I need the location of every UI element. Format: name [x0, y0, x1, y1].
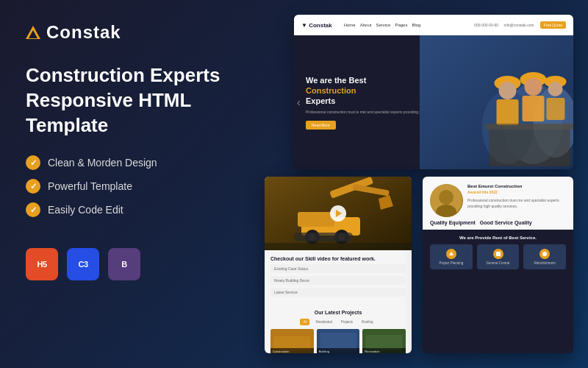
svg-rect-12 — [547, 98, 565, 120]
service-icon-3 — [539, 249, 550, 259]
project-label-3: Renovation — [362, 348, 406, 353]
service-icon-1 — [446, 249, 456, 259]
service-label-3: Refurbishment — [526, 261, 563, 265]
svg-rect-10 — [497, 99, 519, 125]
nav-link-pages: Pages — [395, 23, 407, 27]
nav-link-service: Service — [376, 23, 390, 27]
svg-rect-14 — [490, 130, 570, 166]
award-circle-image — [430, 184, 463, 217]
play-icon — [336, 210, 342, 217]
mockup-bottom-right: Best Emurst Construction Awared title 20… — [423, 177, 573, 353]
mock-section-content: Checkout our Skill video for featured wo… — [265, 250, 412, 307]
mock-award-text: Best Emurst Construction Awared title 20… — [467, 184, 566, 209]
tech-icons: H5 C3 B — [26, 248, 261, 280]
svg-rect-13 — [486, 124, 574, 130]
project-card-2: Building — [317, 329, 360, 353]
video-overlay — [265, 177, 412, 250]
left-panel: Constak Construction Experts Responsive … — [0, 0, 287, 368]
service-card-2: General Contrat — [477, 244, 520, 269]
project-label-2: Building — [317, 348, 360, 353]
stat-quality: Good Service Quality — [480, 220, 532, 225]
mock-list-items: Existing Case Status Ninety Building Dec… — [270, 264, 406, 297]
mock-video-section — [265, 177, 412, 250]
mock-stats-row: Quality Equipment Good Service Quality — [430, 220, 566, 225]
mock-nav-links: Home About Service Pages Blog — [344, 23, 421, 27]
svg-rect-37 — [496, 252, 501, 256]
services-title: We are Provide Rent of Best Service. — [430, 236, 566, 240]
hero-prev-button[interactable]: ‹ — [297, 96, 301, 108]
hero-cta-button[interactable]: Read More — [306, 121, 336, 130]
feature-item-1: ✓ Clean & Morden Design — [26, 155, 261, 170]
mock-projects-grid: Construction Building Renovation — [270, 329, 406, 353]
project-filters: All Residential Projects Roofing — [270, 319, 406, 325]
right-panel: ▼ Constak Home About Service Pages Blog … — [265, 15, 573, 353]
mock-services-section: We are Provide Rent of Best Service. Pro… — [423, 230, 573, 275]
mock-services-grid: Project Planning General Contrat Refurbi… — [430, 244, 566, 269]
service-card-3: Refurbishment — [523, 244, 566, 269]
stat-equipment: Quality Equipment — [430, 220, 476, 225]
mock-nav-contact: 000-000-00-90 info@constak.com — [474, 23, 534, 27]
feature-label-1: Clean & Morden Design — [48, 157, 157, 169]
filter-residential[interactable]: Residential — [312, 319, 334, 325]
features-list: ✓ Clean & Morden Design ✓ Powerful Templ… — [26, 155, 261, 226]
nav-link-home: Home — [344, 23, 356, 27]
logo-row: Constak — [26, 22, 261, 43]
logo-text: Constak — [46, 22, 121, 43]
filter-projects[interactable]: Projects — [338, 319, 356, 325]
service-label-2: General Contrat — [480, 261, 517, 265]
check-icon-3: ✓ — [26, 202, 40, 217]
bootstrap-badge: B — [108, 248, 140, 280]
stat-quality-label: Good Service Quality — [480, 220, 532, 225]
html5-badge: H5 — [26, 248, 58, 280]
award-title: Best Emurst Construction — [467, 184, 566, 188]
feature-item-3: ✓ Easily Code Edit — [26, 202, 261, 217]
service-label-1: Project Planning — [433, 261, 470, 265]
svg-point-8 — [525, 78, 542, 96]
service-icon-2 — [493, 249, 503, 259]
mock-navbar: ▼ Constak Home About Service Pages Blog … — [294, 15, 573, 35]
award-year: Awared title 2022 — [467, 190, 566, 194]
svg-rect-11 — [523, 96, 545, 121]
play-button[interactable] — [330, 205, 346, 222]
nav-link-about: About — [360, 23, 372, 27]
mock-projects-section: Our Latest Projects All Residential Proj… — [265, 310, 412, 353]
main-title: Construction Experts Responsive HTML Tem… — [26, 63, 261, 138]
projects-title: Our Latest Projects — [270, 310, 406, 315]
check-icon-2: ✓ — [26, 179, 40, 194]
feature-label-2: Powerful Template — [48, 180, 132, 192]
svg-point-34 — [439, 190, 453, 205]
service-card-1: Project Planning — [430, 244, 473, 269]
mock-hero-content: We are the Best Construction Experts Pro… — [294, 35, 573, 169]
nav-link-blog: Blog — [412, 23, 420, 27]
mock-logo: ▼ Constak — [301, 22, 332, 29]
mock-hero-image — [420, 35, 573, 169]
svg-marker-36 — [449, 252, 453, 255]
mockup-bottom-left: Checkout our Skill video for featured wo… — [265, 177, 412, 353]
video-section-title: Checkout our Skill video for featured wo… — [270, 256, 406, 261]
filter-all[interactable]: All — [300, 319, 309, 325]
logo-icon — [26, 26, 40, 39]
list-item-2: Ninety Building Decor — [270, 276, 406, 285]
hero-title-line1: We are the Best — [306, 76, 366, 85]
svg-point-38 — [542, 252, 547, 256]
list-item-1: Existing Case Status — [270, 264, 406, 273]
mock-nav-cta: Free Quote — [540, 21, 566, 29]
svg-point-9 — [548, 82, 563, 96]
mock-award-section: Best Emurst Construction Awared title 20… — [423, 177, 573, 230]
check-icon-1: ✓ — [26, 155, 40, 170]
list-item-3: Latest Service — [270, 288, 406, 297]
stat-equipment-label: Quality Equipment — [430, 220, 476, 225]
css3-badge: C3 — [67, 248, 99, 280]
project-card-1: Construction — [270, 329, 314, 353]
project-card-3: Renovation — [362, 329, 406, 353]
mockup-hero: ▼ Constak Home About Service Pages Blog … — [294, 15, 573, 169]
workers-image — [420, 35, 573, 169]
feature-label-3: Easily Code Edit — [48, 204, 123, 216]
award-desc: Professional construction trust me and s… — [467, 197, 566, 209]
svg-point-7 — [499, 82, 517, 99]
project-label-1: Construction — [270, 348, 314, 353]
filter-roofing[interactable]: Roofing — [359, 319, 376, 325]
feature-item-2: ✓ Powerful Template — [26, 179, 261, 194]
hero-title-line2: Experts — [306, 96, 335, 105]
mock-award-top: Best Emurst Construction Awared title 20… — [430, 184, 566, 217]
